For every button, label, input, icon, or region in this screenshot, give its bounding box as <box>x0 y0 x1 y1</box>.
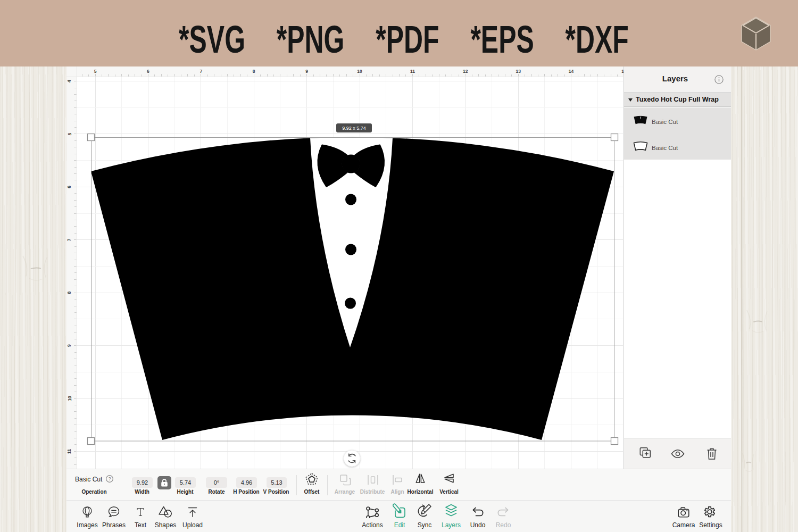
svg-text:5: 5 <box>94 69 97 74</box>
svg-text:10: 10 <box>67 396 72 401</box>
svg-text:6: 6 <box>67 186 72 188</box>
svg-text:9: 9 <box>67 344 72 347</box>
svg-text:8: 8 <box>67 292 72 294</box>
svg-text:13: 13 <box>516 69 521 74</box>
svg-text:14: 14 <box>569 69 574 74</box>
svg-text:10: 10 <box>357 69 362 74</box>
svg-text:4: 4 <box>67 80 72 82</box>
svg-text:7: 7 <box>67 238 72 241</box>
svg-text:5: 5 <box>67 132 72 135</box>
svg-text:9.92 x 5.74: 9.92 x 5.74 <box>342 126 366 131</box>
svg-text:11: 11 <box>410 69 415 74</box>
svg-text:7: 7 <box>200 69 202 74</box>
svg-text:6: 6 <box>147 69 149 74</box>
svg-text:?: ? <box>109 476 111 481</box>
svg-text:8: 8 <box>253 69 255 74</box>
svg-text:12: 12 <box>463 69 468 74</box>
svg-text:9: 9 <box>305 69 308 74</box>
svg-text:11: 11 <box>67 449 72 454</box>
